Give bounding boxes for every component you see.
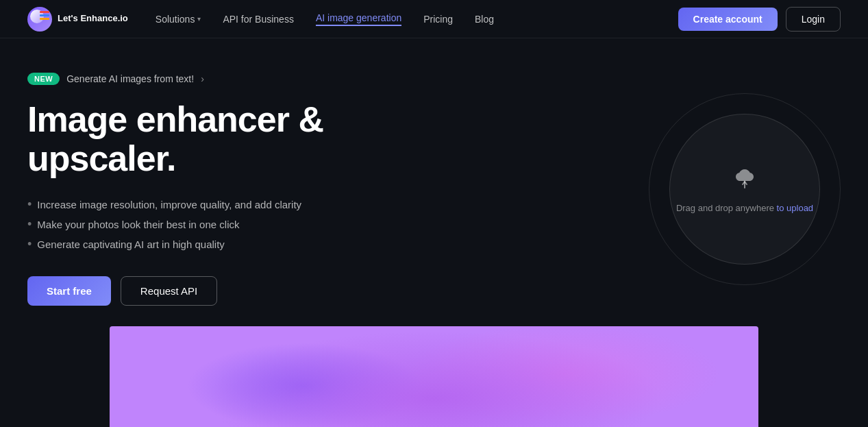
nav-pricing[interactable]: Pricing xyxy=(423,14,453,25)
request-api-button[interactable]: Request API xyxy=(121,276,217,306)
feature-item-2: Make your photos look their best in one … xyxy=(27,217,411,232)
login-button[interactable]: Login xyxy=(786,7,841,32)
create-account-button[interactable]: Create account xyxy=(678,8,778,31)
navbar-left: Let's Enhance.io Solutions ▾ API for Bus… xyxy=(27,7,494,32)
start-free-button[interactable]: Start free xyxy=(27,276,111,306)
logo-icon xyxy=(27,7,52,32)
upload-cloud-icon xyxy=(730,165,760,196)
preview-image-container xyxy=(110,326,758,427)
new-badge-row: NEW Generate AI images from text! › xyxy=(27,73,411,85)
badge-arrow-icon: › xyxy=(201,73,204,84)
hero-buttons: Start free Request API xyxy=(27,276,411,306)
nav-links: Solutions ▾ API for Business AI image ge… xyxy=(156,12,494,26)
flag-bar-blue xyxy=(40,14,49,16)
hero-features-list: Increase image resolution, improve quali… xyxy=(27,197,411,252)
flag-bar-red xyxy=(40,11,49,13)
navbar-right: Create account Login xyxy=(678,7,841,32)
feature-item-3: Generate captivating AI art in high qual… xyxy=(27,237,411,252)
preview-gradient xyxy=(110,326,758,427)
upload-dropzone[interactable]: Drag and drop anywhere to upload xyxy=(669,114,820,265)
logo-flag xyxy=(40,11,49,20)
logo-name: Let's Enhance.io xyxy=(58,14,128,23)
nav-blog[interactable]: Blog xyxy=(475,14,494,25)
hero-upload-area: Drag and drop anywhere to upload xyxy=(649,93,841,285)
badge-text: Generate AI images from text! xyxy=(66,73,194,84)
navbar: Let's Enhance.io Solutions ▾ API for Bus… xyxy=(0,0,868,38)
hero-title: Image enhancer & upscaler. xyxy=(27,100,411,178)
feature-item-1: Increase image resolution, improve quali… xyxy=(27,197,411,212)
new-badge: NEW xyxy=(27,73,60,85)
logo[interactable]: Let's Enhance.io xyxy=(27,7,128,32)
upload-outer-circle: Drag and drop anywhere to upload xyxy=(649,93,841,285)
nav-solutions[interactable]: Solutions ▾ xyxy=(156,14,201,25)
nav-api-business[interactable]: API for Business xyxy=(223,14,294,25)
hero-section: NEW Generate AI images from text! › Imag… xyxy=(0,38,868,326)
nav-ai-image[interactable]: AI image generation xyxy=(316,12,401,26)
upload-text: Drag and drop anywhere to upload xyxy=(676,203,813,213)
flag-bar-yellow xyxy=(40,18,49,20)
solutions-chevron-icon: ▾ xyxy=(197,15,201,23)
upload-link[interactable]: to upload xyxy=(777,203,814,213)
hero-content: NEW Generate AI images from text! › Imag… xyxy=(27,73,411,306)
logo-text: Let's Enhance.io xyxy=(58,14,128,23)
